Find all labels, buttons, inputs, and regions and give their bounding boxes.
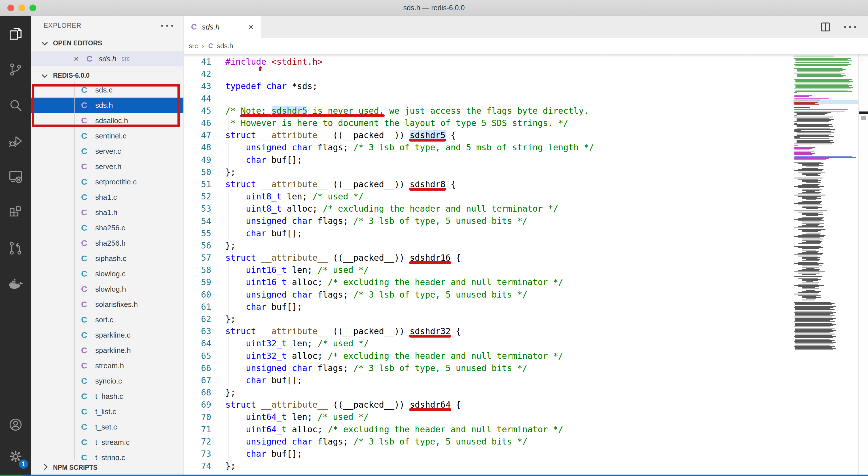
code-line-47[interactable]: 47struct __attribute__ ((__packed__)) sd… [184, 129, 793, 141]
close-icon[interactable]: × [74, 54, 79, 63]
file-row-sha256.c[interactable]: Csha256.c [31, 220, 183, 235]
breadcrumb-file[interactable]: sds.h [217, 42, 233, 50]
search-icon[interactable] [0, 87, 31, 123]
code-line-69[interactable]: 69struct __attribute__ ((__packed__)) sd… [184, 398, 793, 411]
file-row-sort.c[interactable]: Csort.c [31, 312, 183, 327]
minimap[interactable] [793, 54, 858, 475]
code-line-44[interactable]: 44 [184, 92, 793, 105]
code-line-46[interactable]: 46 * However is here to document the lay… [184, 117, 793, 129]
code-line-59[interactable]: 59 uint16_t alloc; /* excluding the head… [184, 276, 793, 288]
code-line-65[interactable]: 65 uint32_t alloc; /* excluding the head… [184, 350, 793, 362]
code-line-74[interactable]: 74}; [184, 460, 793, 472]
minimap-line [794, 123, 797, 124]
tree-root-redis-6.0.0[interactable]: REDIS-6.0.0 [31, 69, 183, 82]
code-line-50[interactable]: 50}; [184, 166, 793, 178]
file-row-sha1.c[interactable]: Csha1.c [31, 189, 183, 205]
code-line-75[interactable]: 75 [184, 472, 793, 475]
open-editors-header[interactable]: OPEN EDITORS [31, 35, 183, 51]
code-line-54[interactable]: 54 unsigned char flags; /* 3 lsb of type… [184, 215, 793, 227]
minimize-window-button[interactable] [19, 4, 25, 11]
settings-icon[interactable]: 1 [0, 441, 31, 472]
minimap-line [802, 242, 821, 243]
minimap-line [806, 259, 820, 260]
run-debug-icon[interactable] [0, 123, 31, 159]
code-line-64[interactable]: 64 uint32_t len; /* used */ [184, 337, 793, 350]
split-editor-icon[interactable] [819, 21, 831, 33]
file-row-sha1.h[interactable]: Csha1.h [31, 205, 183, 220]
code-line-61[interactable]: 61 char buf[]; [184, 301, 793, 313]
file-row-sds.c[interactable]: Csds.c [31, 82, 183, 97]
code-line-57[interactable]: 57struct __attribute__ ((__packed__)) sd… [184, 251, 793, 264]
file-row-slowlog.c[interactable]: Cslowlog.c [31, 266, 183, 281]
code-line-67[interactable]: 67 char buf[]; [184, 374, 793, 386]
code-line-70[interactable]: 70 uint64_t len; /* used */ [184, 411, 793, 423]
file-row-sparkline.h[interactable]: Csparkline.h [31, 343, 183, 358]
tab-sds-h[interactable]: C sds.h × [184, 16, 261, 38]
remote-explorer-icon[interactable] [0, 159, 31, 195]
code-line-48[interactable]: 48 unsigned char flags; /* 3 lsb of type… [184, 141, 793, 153]
code-line-52[interactable]: 52 uint8_t len; /* used */ [184, 190, 793, 203]
github-pull-requests-icon[interactable] [0, 230, 31, 266]
code-line-53[interactable]: 53 uint8_t alloc; /* excluding the heade… [184, 203, 793, 215]
file-row-sha256.h[interactable]: Csha256.h [31, 235, 183, 251]
code-line-66[interactable]: 66 unsigned char flags; /* 3 lsb of type… [184, 362, 793, 374]
minimap-line [794, 144, 832, 144]
code-line-41[interactable]: 41#include <stdint.h> [184, 56, 793, 68]
minimap-line [794, 139, 830, 139]
docker-icon[interactable] [0, 266, 31, 302]
remote-indicator[interactable] [0, 475, 22, 476]
code-line-55[interactable]: 55 char buf[]; [184, 227, 793, 239]
code-line-72[interactable]: 72 unsigned char flags; /* 3 lsb of type… [184, 436, 793, 448]
code-line-58[interactable]: 58 uint16_t len; /* used */ [184, 264, 793, 276]
code-line-62[interactable]: 62}; [184, 313, 793, 325]
file-row-setproctitle.c[interactable]: Csetproctitle.c [31, 174, 183, 189]
more-actions-icon[interactable] [844, 26, 856, 28]
code-line-71[interactable]: 71 uint64_t alloc; /* excluding the head… [184, 423, 793, 436]
scrollbar[interactable] [858, 54, 868, 475]
file-row-sparkline.c[interactable]: Csparkline.c [31, 327, 183, 343]
code-editor[interactable]: 41#include <stdint.h>4243typedef char *s… [184, 54, 868, 475]
file-row-t_set.c[interactable]: Ct_set.c [31, 419, 183, 435]
file-row-slowlog.h[interactable]: Cslowlog.h [31, 281, 183, 297]
file-row-t_list.c[interactable]: Ct_list.c [31, 404, 183, 419]
file-row-t_stream.c[interactable]: Ct_stream.c [31, 435, 183, 450]
explorer-icon[interactable] [0, 16, 31, 52]
code-line-63[interactable]: 63struct __attribute__ ((__packed__)) sd… [184, 325, 793, 337]
file-label: t_set.c [95, 423, 117, 432]
line-number: 63 [184, 326, 211, 336]
close-window-button[interactable] [7, 4, 14, 11]
code-line-60[interactable]: 60 unsigned char flags; /* 3 lsb of type… [184, 289, 793, 301]
file-row-server.c[interactable]: Cserver.c [31, 144, 183, 159]
close-icon[interactable]: × [248, 22, 253, 31]
file-row-server.h[interactable]: Cserver.h [31, 159, 183, 174]
file-row-syncio.c[interactable]: Csyncio.c [31, 373, 183, 389]
zoom-window-button[interactable] [29, 4, 36, 11]
code-line-56[interactable]: 56}; [184, 239, 793, 251]
more-actions-icon[interactable] [161, 25, 173, 27]
code-line-49[interactable]: 49 char buf[]; [184, 154, 793, 166]
file-row-sds.h[interactable]: Csds.h [31, 97, 183, 113]
accounts-icon[interactable] [0, 409, 31, 441]
file-row-sdsalloc.h[interactable]: Csdsalloc.h [31, 113, 183, 128]
code-line-68[interactable]: 68}; [184, 386, 793, 398]
code-line-42[interactable]: 42 [184, 68, 793, 80]
breadcrumb-folder[interactable]: src [189, 42, 198, 50]
source-control-icon[interactable] [0, 52, 31, 87]
code-line-45[interactable]: 45/* Note: sdshdr5 is never used, we jus… [184, 105, 793, 117]
c-file-icon: C [81, 116, 90, 125]
file-row-sentinel.c[interactable]: Csentinel.c [31, 128, 183, 144]
extensions-icon[interactable] [0, 195, 31, 230]
file-row-siphash.c[interactable]: Csiphash.c [31, 251, 183, 266]
file-row-solarisfixes.h[interactable]: Csolarisfixes.h [31, 297, 183, 312]
code-line-51[interactable]: 51struct __attribute__ ((__packed__)) sd… [184, 178, 793, 190]
file-row-t_hash.c[interactable]: Ct_hash.c [31, 389, 183, 404]
npm-scripts-header[interactable]: NPM SCRIPTS [31, 460, 183, 475]
status-bar-main[interactable] [22, 475, 868, 476]
file-row-stream.h[interactable]: Cstream.h [31, 358, 183, 373]
file-tree: Csds.cCsds.hCsdsalloc.hCsentinel.cCserve… [31, 82, 183, 475]
minimap-line [802, 231, 818, 232]
open-editor-item-sds-h[interactable]: × C sds.h src [31, 51, 183, 66]
code-line-73[interactable]: 73 char buf[]; [184, 448, 793, 460]
scrollbar-thumb[interactable] [861, 116, 866, 120]
code-line-43[interactable]: 43typedef char *sds; [184, 80, 793, 92]
